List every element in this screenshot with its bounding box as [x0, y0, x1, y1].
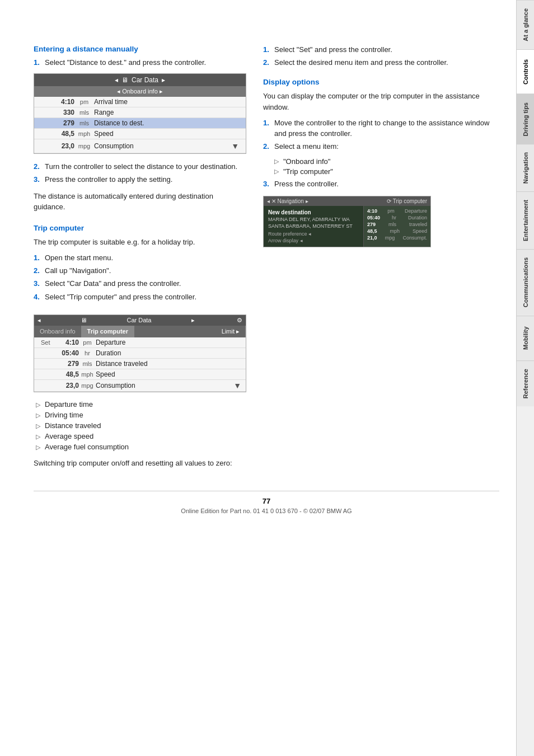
row-unit: mls: [74, 109, 94, 116]
sidebar-tab-driving-tips[interactable]: Driving tips: [517, 94, 534, 144]
triangle-icon: ▷: [36, 444, 40, 451]
nav-trip-title: Trip computer: [393, 198, 427, 204]
step-text: Press the controller to apply the settin…: [45, 175, 172, 185]
nav-right-row-0: 4:10 pm Departure: [367, 208, 427, 214]
nav-label: Consumpt.: [402, 235, 427, 241]
nav-val: 279: [367, 222, 376, 227]
sidebar-tab-label: Controls: [522, 59, 529, 84]
nav-line-1: New destination: [268, 209, 359, 215]
bullet-text: Departure time: [45, 400, 93, 408]
nav-unit: hr: [392, 215, 396, 220]
triangle-icon: ▷: [36, 401, 40, 408]
menu-item-text: "Trip computer": [283, 167, 333, 176]
trip-val: 279: [57, 360, 79, 368]
list-item: 3. Press the controller.: [263, 179, 499, 189]
sidebar-tab-label: Entertainment: [522, 200, 529, 241]
step-num: 3.: [263, 179, 271, 189]
subheader-text: Onboard info: [122, 88, 158, 95]
list-item: 3. Select "Car Data" and press the contr…: [34, 279, 246, 289]
right-steps-1: 1. Select "Set" and press the controller…: [263, 45, 499, 68]
page-container: Entering a distance manually 1. Select "…: [0, 0, 534, 756]
bullet-text: Distance traveled: [45, 421, 101, 430]
trip-intro: The trip computer is suitable e.g. for a…: [34, 237, 246, 248]
step-text: Select "Distance to dest." and press the…: [45, 58, 206, 68]
trip-label: Consumption: [96, 382, 233, 389]
section-title-distance: Entering a distance manually: [34, 45, 246, 53]
nav-body: New destination MARINA DEL REY, ADMIRALT…: [264, 206, 430, 247]
display-options-title: Display options: [263, 78, 499, 86]
step-text: Open the start menu.: [45, 253, 113, 263]
trip-header-title: Car Data: [127, 317, 151, 323]
row-label: Distance to dest.: [94, 119, 241, 127]
nav-right-row-2: 279 mls traveled: [367, 222, 427, 227]
sidebar-tab-mobility[interactable]: Mobility: [517, 316, 534, 360]
bullet-list: ▷ Departure time ▷ Driving time ▷ Distan…: [36, 400, 246, 451]
trip-tab-row: Onboard info Trip computer Limit ▸: [34, 326, 246, 337]
left-column: Entering a distance manually 1. Select "…: [34, 45, 246, 474]
row-label: Range: [94, 109, 241, 116]
trip-scroll-down-icon: ▼: [233, 381, 241, 390]
step-text: Call up "Navigation".: [45, 266, 111, 276]
row-label: Consumption: [94, 142, 229, 150]
sidebar-tab-communications[interactable]: Communications: [517, 249, 534, 315]
step-num: 4.: [34, 292, 41, 302]
nav-label: Duration: [408, 215, 427, 220]
nav-line-2: MARINA DEL REY, ADMIRALTY WA: [268, 217, 359, 222]
nav-label: traveled: [409, 222, 427, 227]
sidebar-tab-at-a-glance[interactable]: At a glance: [517, 0, 534, 49]
trip-computer-display: ◂ 🖥 Car Data ▸ ⚙ Onboard info Trip compu…: [34, 314, 246, 392]
step-num: 1.: [34, 58, 41, 68]
header-arrow-left: ◂: [115, 76, 118, 84]
trip-row-0: Set 4:10 pm Departure: [34, 337, 246, 348]
panel-row-4: 23,0 mpg Consumption ▼: [34, 139, 246, 153]
trip-unit: mls: [79, 360, 96, 367]
tab-trip-computer[interactable]: Trip computer: [82, 326, 134, 337]
nav-val: 4:10: [367, 208, 377, 214]
distance-note: The distance is automatically entered du…: [34, 191, 246, 213]
row-unit: pm: [74, 98, 94, 105]
step-text: Press the controller.: [274, 179, 339, 189]
panel-icon: 🖥: [121, 76, 128, 84]
list-item: 4. Select "Trip computer" and press the …: [34, 292, 246, 302]
nav-line-3: SANTA BARBARA, MONTERREY ST: [268, 223, 359, 229]
row-val: 279: [51, 119, 74, 127]
nav-left-panel: New destination MARINA DEL REY, ADMIRALT…: [264, 206, 363, 247]
step-text: Select "Trip computer" and press the con…: [45, 292, 196, 302]
trip-val: 48,5: [57, 370, 79, 378]
tab-limit[interactable]: Limit ▸: [216, 326, 246, 337]
step-num: 3.: [34, 279, 41, 289]
limit-arrow-icon: ▸: [236, 328, 240, 335]
triangle-icon: ▷: [36, 422, 40, 430]
nav-unit: pm: [387, 208, 395, 214]
trip-label: Speed: [96, 370, 241, 378]
nav-screenshot: ◂ ✕ Navigation ▸ ⟳ Trip computer New des…: [263, 196, 431, 247]
nav-top-right-label: ⟳ Trip computer: [387, 198, 427, 204]
sidebar-tab-entertainment[interactable]: Entertainment: [517, 191, 534, 249]
row-val: 330: [51, 109, 74, 116]
display-steps: 1. Move the controller to the right to c…: [263, 118, 499, 152]
menu-item-trip: ▷ "Trip computer": [274, 167, 499, 176]
step-num: 1.: [263, 118, 271, 138]
distance-steps-2: 2. Turn the controller to select the dis…: [34, 162, 246, 185]
list-item: 2. Select a menu item:: [263, 142, 499, 152]
trip-val: 23,0: [57, 382, 79, 389]
nav-val: 05:40: [367, 215, 380, 220]
nav-val: 48,5: [367, 228, 377, 234]
step-num: 3.: [34, 175, 41, 185]
car-data-panel-1: ◂ 🖥 Car Data ▸ ◂ Onboard info ▸ 4:10: [34, 73, 246, 154]
list-item: 3. Press the controller to apply the set…: [34, 175, 246, 185]
two-column-layout: Entering a distance manually 1. Select "…: [34, 45, 499, 474]
nav-unit: mls: [388, 222, 396, 227]
set-label: Set: [41, 339, 57, 346]
sidebar-tab-controls[interactable]: Controls: [517, 49, 534, 94]
step-text: Turn the controller to select the distan…: [45, 162, 237, 172]
menu-item-text: "Onboard info": [283, 157, 330, 166]
sidebar-tab-label: Mobility: [522, 326, 529, 350]
sidebar-tab-navigation[interactable]: Navigation: [517, 144, 534, 191]
sidebar-tab-reference[interactable]: Reference: [517, 360, 534, 406]
tab-onboard-info[interactable]: Onboard info: [34, 326, 82, 337]
car-data-panel-2: ◂ 🖥 Car Data ▸ ⚙ Onboard info Trip compu…: [34, 314, 246, 392]
nav-unit: mph: [390, 228, 400, 234]
row-val: 4:10: [51, 98, 74, 106]
main-content: Entering a distance manually 1. Select "…: [0, 0, 516, 756]
